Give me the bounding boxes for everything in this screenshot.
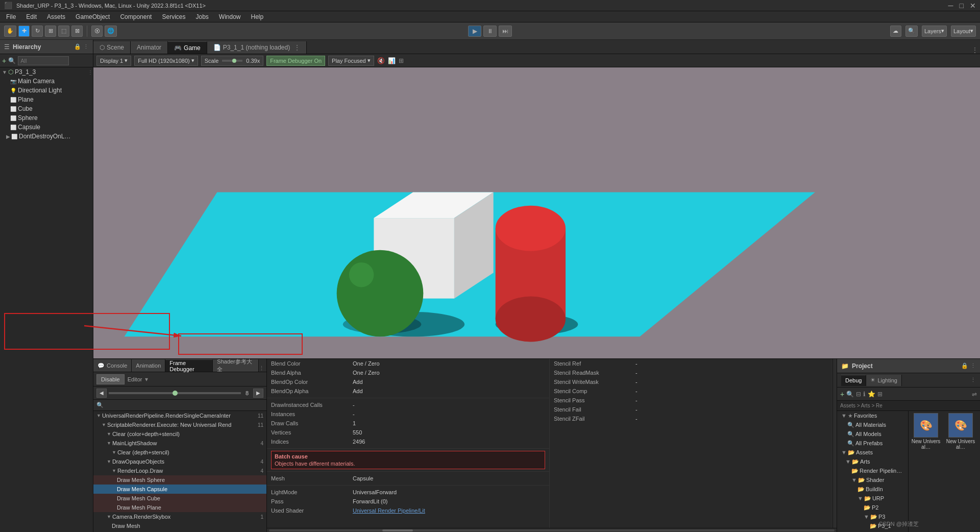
tab-animator[interactable]: Animator — [131, 41, 168, 54]
display-dropdown[interactable]: Display 1 ▾ — [96, 56, 131, 66]
frame-list-item-0[interactable]: ▼UniversalRenderPipeline.RenderSingleCam… — [93, 411, 266, 420]
tool-rotate[interactable]: ↻ — [32, 26, 43, 37]
proj-shader[interactable]: ▼ 📂 Shader — [837, 475, 908, 485]
frame-list-item-6[interactable]: ▼RenderLoop.Draw4 — [93, 466, 266, 475]
tab-p3[interactable]: 📄 P3_1_1 (nothing loaded) ⋮ — [207, 41, 307, 54]
lighting-tab[interactable]: ☀ Lighting — [866, 375, 902, 386]
project-lock-icon[interactable]: 🔒 — [961, 362, 968, 369]
tab-game[interactable]: 🎮 Game — [168, 41, 207, 54]
proj-arts[interactable]: ▼ 📂 Arts — [837, 457, 908, 466]
asset-new-universal-1[interactable]: 🎨 New Universal… — [911, 413, 941, 450]
layers-dropdown[interactable]: Layers ▾ — [922, 26, 947, 37]
search-toolbar-button[interactable]: 🔍 — [905, 26, 918, 37]
tool-rect[interactable]: ⬚ — [58, 26, 69, 37]
tab-animation[interactable]: Animation — [132, 359, 165, 372]
tool-pivot[interactable]: ⦿ — [91, 26, 103, 37]
hierarchy-item-plane[interactable]: ⬜ Plane — [0, 95, 93, 104]
project-info-icon[interactable]: ℹ — [863, 391, 866, 398]
cloud-button[interactable]: ☁ — [890, 26, 901, 37]
hierarchy-add-button[interactable]: + — [2, 57, 6, 65]
project-search-icon[interactable]: 🔍 — [846, 391, 854, 398]
gizmos-icon[interactable]: ⊞ — [399, 57, 404, 64]
tab-frame-debugger[interactable]: Frame Debugger — [165, 359, 213, 372]
lighting-more-icon[interactable]: ⋮ — [970, 377, 976, 383]
frame-list-item-2[interactable]: ▼Clear (color+depth+stencil) — [93, 429, 266, 439]
proj-all-models[interactable]: 🔍 All Models — [837, 429, 908, 439]
menu-window[interactable]: Window — [215, 12, 245, 21]
hierarchy-search-input[interactable] — [18, 56, 69, 65]
mute-icon[interactable]: 🔇 — [377, 57, 385, 64]
layout-dropdown[interactable]: Layout ▾ — [951, 26, 976, 37]
frame-list-item-10[interactable]: Draw Mesh Plane — [93, 503, 266, 512]
frame-list-item-7[interactable]: Draw Mesh Sphere — [93, 475, 266, 485]
tool-hand[interactable]: ✋ — [4, 26, 16, 37]
menu-file[interactable]: File — [2, 12, 20, 21]
frame-list-item-8[interactable]: Draw Mesh Capsule — [93, 485, 266, 494]
tool-scale[interactable]: ⊞ — [45, 26, 56, 37]
proj-all-materials[interactable]: 🔍 All Materials — [837, 420, 908, 429]
frame-list[interactable]: ▼UniversalRenderPipeline.RenderSingleCam… — [93, 411, 266, 532]
debug-tab[interactable]: Debug — [841, 375, 866, 386]
bottom-tab-more-icon[interactable]: ⋮ — [259, 365, 264, 372]
frame-prev-button[interactable]: ◀ — [96, 389, 107, 398]
details-scrollbar[interactable] — [832, 359, 837, 528]
details-hscrollbar[interactable] — [267, 528, 837, 532]
frame-list-item-1[interactable]: ▼ScriptableRenderer.Execute: New Univers… — [93, 420, 266, 429]
play-focused-dropdown[interactable]: Play Focused ▾ — [328, 56, 374, 66]
hierarchy-item-capsule[interactable]: ⬜ Capsule — [0, 123, 93, 132]
frame-list-item-4[interactable]: ▼Clear (depth+stencil) — [93, 448, 266, 457]
disable-button[interactable]: Disable — [96, 374, 125, 384]
frame-list-item-3[interactable]: ▼MainLightShadow4 — [93, 439, 266, 448]
menu-component[interactable]: Component — [116, 12, 156, 21]
proj-all-prefabs[interactable]: 🔍 All Prefabs — [837, 439, 908, 448]
frame-list-item-11[interactable]: ▼Camera.RenderSkybox1 — [93, 512, 266, 521]
project-star-icon[interactable]: ⭐ — [868, 391, 875, 398]
tool-transform[interactable]: ⊠ — [71, 26, 83, 37]
scale-dropdown[interactable]: Scale 0.39x — [201, 56, 263, 66]
tab-scene[interactable]: ⬡ Scene — [93, 41, 131, 54]
tab-area-more-icon[interactable]: ⋮ — [972, 46, 978, 54]
menu-gameobject[interactable]: GameObject — [71, 12, 114, 21]
tool-move[interactable]: ✚ — [18, 26, 30, 37]
hierarchy-item-sphere[interactable]: ⬜ Sphere — [0, 113, 93, 123]
stats-icon[interactable]: 📊 — [388, 57, 396, 64]
close-button[interactable]: ✕ — [970, 2, 976, 9]
project-add-icon[interactable]: + — [840, 390, 844, 398]
project-nav-icon[interactable]: ⇌ — [972, 391, 977, 398]
project-more-icon[interactable]: ⋮ — [970, 362, 976, 369]
menu-services[interactable]: Services — [158, 12, 189, 21]
frame-list-item-5[interactable]: ▼DrawOpaqueObjects4 — [93, 457, 266, 466]
frame-next-button[interactable]: ▶ — [253, 389, 263, 398]
editor-dropdown-icon[interactable]: ▾ — [145, 376, 148, 383]
hierarchy-item-cube[interactable]: ⬜ Cube — [0, 104, 93, 113]
proj-assets[interactable]: ▼ 📂 Assets — [837, 448, 908, 457]
proj-render-pipeline[interactable]: 📂 Render Pipelin… — [837, 466, 908, 475]
hierarchy-more-icon[interactable]: ⋮ — [83, 43, 89, 50]
hierarchy-item-dirlight[interactable]: 💡 Directional Light — [0, 86, 93, 95]
pause-button[interactable]: ⏸ — [483, 26, 497, 37]
hierarchy-scene-root[interactable]: ▼ ⬡ P3_1_3 ⋮ — [0, 67, 93, 77]
step-button[interactable]: ⏭ — [499, 26, 512, 37]
tab-console[interactable]: 💬 Console — [93, 359, 132, 372]
menu-help[interactable]: Help — [247, 12, 268, 21]
p3-more-icon[interactable]: ⋮ — [294, 44, 300, 51]
menu-jobs[interactable]: Jobs — [191, 12, 212, 21]
project-grid-icon[interactable]: ⊞ — [877, 391, 883, 398]
proj-buildin[interactable]: 📂 BuildIn — [837, 485, 908, 494]
proj-favorites[interactable]: ▼ ★ Favorites — [837, 411, 908, 420]
maximize-button[interactable]: □ — [960, 2, 964, 9]
tab-shader[interactable]: Shader参考大全 — [213, 359, 259, 372]
menu-edit[interactable]: Edit — [22, 12, 41, 21]
hierarchy-item-maincamera[interactable]: 📷 Main Camera — [0, 77, 93, 86]
proj-urp[interactable]: ▼ 📂 URP — [837, 494, 908, 503]
tool-global[interactable]: 🌐 — [105, 26, 117, 37]
hierarchy-item-dontdestroy[interactable]: ▶ ⬜ DontDestroyOnL… — [0, 132, 93, 141]
menu-assets[interactable]: Assets — [43, 12, 69, 21]
frame-list-item-12[interactable]: Draw Mesh — [93, 521, 266, 530]
frame-debugger-button[interactable]: Frame Debugger On — [266, 56, 325, 66]
frame-list-item-9[interactable]: Draw Mesh Cube — [93, 494, 266, 503]
frame-slider[interactable] — [109, 392, 241, 394]
minimize-button[interactable]: ─ — [948, 2, 953, 9]
asset-new-universal-2[interactable]: 🎨 New Universal… — [945, 413, 976, 450]
project-filter-icon[interactable]: ⊟ — [856, 391, 861, 398]
